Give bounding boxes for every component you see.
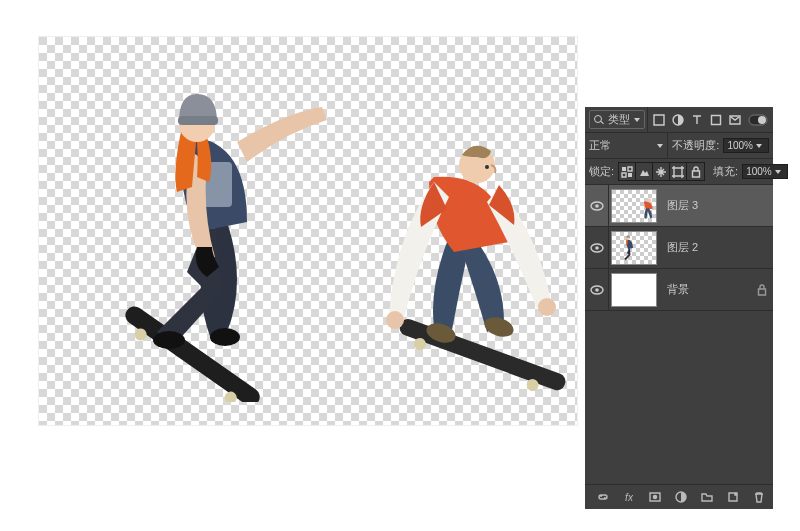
fill-value-input[interactable]: 100%: [742, 164, 788, 179]
layer-thumbnail[interactable]: [611, 189, 657, 223]
svg-rect-27: [674, 168, 682, 176]
layer-thumbnail[interactable]: [611, 273, 657, 307]
adjustment-layer-icon[interactable]: [673, 489, 689, 505]
svg-rect-24: [628, 173, 632, 177]
chevron-down-icon: [634, 118, 640, 122]
visibility-toggle[interactable]: [585, 185, 609, 226]
layer-mask-icon[interactable]: [647, 489, 663, 505]
svg-point-39: [653, 495, 658, 500]
svg-point-16: [485, 165, 489, 169]
svg-point-22: [758, 116, 766, 124]
svg-point-14: [538, 298, 556, 316]
svg-point-36: [595, 288, 599, 292]
opacity-label: 不透明度:: [672, 138, 719, 153]
layer-item[interactable]: 背景: [585, 269, 773, 311]
layers-list: 图层 3 图层 2 背景: [585, 185, 773, 484]
panel-footer: fx: [585, 484, 773, 509]
layer-name-label[interactable]: 图层 3: [667, 198, 751, 213]
visibility-toggle[interactable]: [585, 227, 609, 268]
svg-rect-19: [711, 115, 720, 124]
filter-toggle-switch[interactable]: [747, 111, 769, 128]
filter-type-label: 类型: [608, 112, 630, 127]
svg-point-13: [386, 311, 404, 329]
svg-rect-7: [178, 116, 218, 125]
layer-name-label[interactable]: 图层 2: [667, 240, 751, 255]
filter-type-icon[interactable]: [688, 111, 705, 128]
group-icon[interactable]: [699, 489, 715, 505]
svg-point-30: [595, 204, 599, 208]
svg-point-33: [595, 246, 599, 250]
filter-adjust-icon[interactable]: [669, 111, 686, 128]
lock-artboard-icon[interactable]: [670, 163, 687, 180]
filter-pixel-icon[interactable]: [650, 111, 667, 128]
lock-label: 锁定:: [589, 164, 614, 179]
layer-item[interactable]: 图层 2: [585, 227, 773, 269]
svg-rect-25: [628, 167, 632, 171]
svg-rect-17: [654, 115, 664, 125]
lock-all-icon[interactable]: [687, 163, 704, 180]
filter-type-dropdown[interactable]: 类型: [589, 110, 645, 129]
svg-point-31: [647, 198, 651, 202]
visibility-toggle[interactable]: [585, 269, 609, 310]
svg-rect-8: [397, 317, 567, 393]
svg-rect-28: [692, 171, 699, 177]
svg-rect-37: [759, 289, 766, 295]
lock-buttons: [618, 162, 705, 181]
filter-smart-icon[interactable]: [726, 111, 743, 128]
lock-row: 锁定: 填充: 100%: [585, 159, 773, 185]
layer-thumbnail[interactable]: [611, 231, 657, 265]
lock-position-icon[interactable]: [653, 163, 670, 180]
svg-rect-23: [622, 167, 626, 171]
lock-transparent-icon[interactable]: [619, 163, 636, 180]
layer-style-icon[interactable]: fx: [621, 489, 637, 505]
layer-name-label[interactable]: 背景: [667, 282, 751, 297]
chevron-down-icon: [657, 144, 663, 148]
svg-rect-26: [622, 173, 626, 177]
document-canvas[interactable]: [38, 36, 578, 426]
layer-figure-right: [339, 127, 599, 407]
link-layers-icon[interactable]: [595, 489, 611, 505]
svg-point-4: [210, 328, 240, 346]
new-layer-icon[interactable]: [725, 489, 741, 505]
filter-row: 类型: [585, 107, 773, 133]
layers-panel: 类型 正常 不透明度: 100% 锁定: 填充: 10: [585, 107, 773, 509]
layer-item[interactable]: 图层 3: [585, 185, 773, 227]
search-icon: [594, 115, 604, 125]
lock-image-icon[interactable]: [636, 163, 653, 180]
filter-shape-icon[interactable]: [707, 111, 724, 128]
blend-mode-dropdown[interactable]: 正常: [589, 138, 611, 153]
delete-layer-icon[interactable]: [751, 489, 767, 505]
blend-mode-value: 正常: [589, 138, 611, 153]
opacity-value-input[interactable]: 100%: [723, 138, 769, 153]
fill-label: 填充:: [713, 164, 738, 179]
lock-icon: [751, 283, 773, 297]
blend-row: 正常 不透明度: 100%: [585, 133, 773, 159]
layer-figure-left: [97, 82, 357, 402]
svg-point-3: [153, 331, 185, 349]
